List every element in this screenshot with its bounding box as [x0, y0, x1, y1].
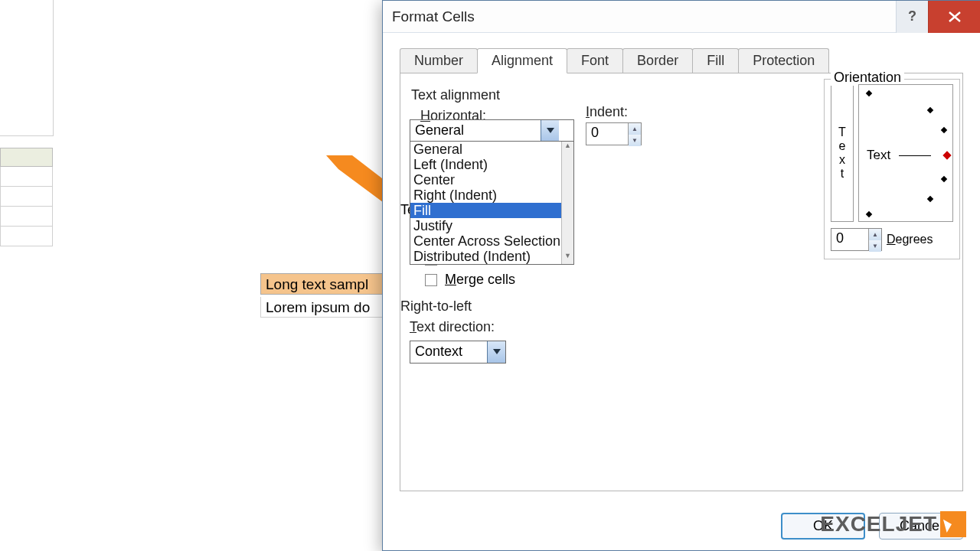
close-button[interactable] — [928, 1, 980, 33]
sheet-row — [0, 207, 53, 227]
sheet-row-header — [0, 0, 54, 136]
tab-font[interactable]: Font — [567, 48, 623, 73]
degrees-value[interactable]: 0 — [831, 229, 868, 250]
cell-sample-1[interactable]: Long text sampl — [260, 273, 383, 295]
option-general[interactable]: General — [410, 142, 573, 157]
checkbox-merge[interactable]: Merge cells — [425, 272, 515, 288]
titlebar[interactable]: Format Cells ? — [383, 1, 980, 33]
orientation-horiz-text: Text — [867, 148, 890, 163]
option-fill[interactable]: Fill — [410, 203, 573, 218]
label-degrees: Degrees — [887, 233, 933, 246]
option-center[interactable]: Center — [410, 172, 573, 187]
spin-up-icon[interactable]: ▲ — [629, 123, 641, 135]
sheet-row — [0, 187, 53, 207]
horizontal-value: General — [410, 120, 541, 142]
indent-spinner[interactable]: 0 ▲ ▼ — [586, 122, 642, 145]
dropdown-scrollbar[interactable]: ▲ ▼ — [561, 142, 573, 264]
format-cells-dialog: Format Cells ? Number Alignment Font Bor… — [382, 0, 980, 551]
dial-tick-icon — [941, 127, 947, 133]
svg-marker-2 — [493, 349, 501, 354]
orientation-group: Orientation Text Text 0 ▲ — [824, 79, 960, 259]
watermark-arrow-icon — [940, 511, 966, 537]
text-direction-combo[interactable]: Context — [410, 341, 506, 364]
scroll-down-icon[interactable]: ▼ — [562, 252, 573, 264]
merge-label: Merge cells — [445, 272, 515, 288]
option-right-indent[interactable]: Right (Indent) — [410, 187, 573, 203]
section-rtl: Right-to-left — [400, 298, 515, 315]
dial-tick-icon — [927, 196, 933, 202]
spin-down-icon[interactable]: ▼ — [869, 240, 881, 252]
tab-number[interactable]: Number — [400, 48, 478, 73]
horizontal-dropdown[interactable]: General Left (Indent) Center Right (Inde… — [410, 141, 574, 265]
help-button[interactable]: ? — [896, 1, 928, 33]
dial-tick-icon — [866, 90, 872, 96]
cell-sample-2[interactable]: Lorem ipsum do — [260, 297, 383, 318]
option-distributed[interactable]: Distributed (Indent) — [410, 249, 573, 264]
tab-fill[interactable]: Fill — [692, 48, 739, 73]
close-icon — [948, 11, 962, 22]
checkbox-icon[interactable] — [425, 274, 437, 286]
orientation-dial[interactable]: Text — [858, 84, 953, 222]
scroll-up-icon[interactable]: ▲ — [562, 142, 573, 154]
sheet-selected-header — [0, 148, 53, 167]
sheet-row — [0, 227, 53, 246]
tab-border[interactable]: Border — [622, 48, 693, 73]
svg-marker-1 — [547, 128, 554, 133]
dial-tick-icon — [941, 176, 947, 182]
text-direction-value: Context — [410, 341, 487, 363]
dial-line — [899, 155, 931, 156]
sheet-row — [0, 167, 53, 187]
watermark-logo: EXCELJET — [820, 511, 966, 537]
spin-up-icon[interactable]: ▲ — [869, 229, 881, 240]
option-center-across[interactable]: Center Across Selection — [410, 233, 573, 249]
option-left-indent[interactable]: Left (Indent) — [410, 157, 573, 172]
horizontal-combo[interactable]: General — [410, 119, 574, 142]
indent-value[interactable]: 0 — [586, 123, 628, 145]
dial-handle-icon[interactable] — [942, 151, 951, 159]
tab-alignment[interactable]: Alignment — [477, 48, 567, 73]
chevron-down-icon[interactable] — [487, 341, 505, 363]
dialog-title: Format Cells — [392, 8, 475, 25]
label-orientation: Orientation — [831, 70, 904, 86]
dial-tick-icon — [866, 211, 872, 217]
orientation-vertical-text[interactable]: Text — [831, 84, 854, 222]
watermark-text: EXCELJET — [820, 512, 937, 536]
spin-down-icon[interactable]: ▼ — [629, 135, 641, 146]
label-indent: Indent: — [586, 104, 642, 120]
label-text-direction: Text direction: — [410, 319, 515, 335]
dial-tick-icon — [927, 107, 933, 113]
option-justify[interactable]: Justify — [410, 218, 573, 233]
chevron-down-icon[interactable] — [541, 120, 559, 142]
tab-protection[interactable]: Protection — [738, 48, 829, 73]
degrees-spinner[interactable]: 0 ▲ ▼ — [831, 228, 882, 251]
